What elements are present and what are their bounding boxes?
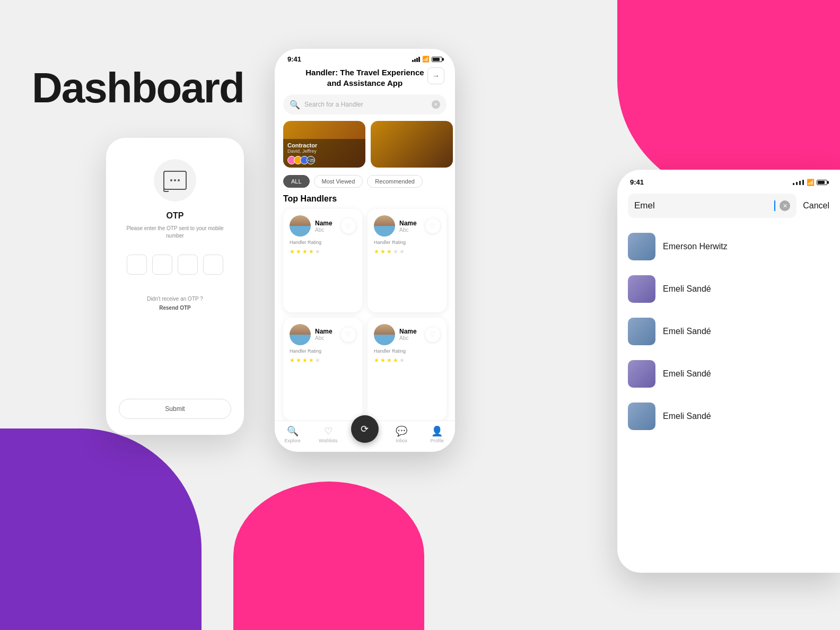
logout-button[interactable]: → — [427, 67, 444, 84]
handler-card-4[interactable]: Name Abc ♡ Handler Rating ★ ★ ★ ★ ★ — [368, 318, 447, 421]
otp-icon-container — [154, 159, 196, 202]
search-bar[interactable]: 🔍 Search for a Handler ✕ — [283, 94, 447, 115]
handler-name-1: Name — [315, 220, 332, 227]
result-avatar-bg-2 — [628, 275, 655, 303]
star-4-4: ★ — [393, 357, 398, 364]
wifi-icon: 📶 — [422, 56, 430, 63]
handler-card-2[interactable]: Name Abc ♡ Handler Rating ★ ★ ★ ★ ★ — [368, 209, 447, 312]
search-status-bar: 9:41 📶 — [617, 170, 840, 186]
handler-rating-label-4: Handler Rating — [374, 348, 440, 354]
star-1-1: ★ — [290, 248, 295, 255]
star-2-2: ★ — [380, 248, 386, 255]
result-avatar-2 — [628, 275, 655, 303]
bottom-nav: 🔍 Explore ♡ Wishlists ⟳ 💬 Inbox 👤 Profil… — [275, 421, 455, 452]
search-status-time: 9:41 — [630, 178, 644, 186]
otp-phone-icon — [163, 171, 187, 190]
search-input-row: Emel ✕ Cancel — [617, 186, 840, 225]
star-3-1: ★ — [290, 357, 295, 364]
phone-main-inner: 9:41 📶 Handler: The Travel Experience an… — [275, 49, 455, 421]
otp-resend-question: Didn't receive an OTP ? — [147, 296, 203, 302]
star-3-4: ★ — [309, 357, 314, 364]
featured-card-sub-1: David, Jeffrey — [287, 148, 361, 154]
handler-card-1[interactable]: Name Abc ♡ Handler Rating ★ ★ ★ ★ ★ — [283, 209, 362, 312]
handler-avatar-1 — [290, 215, 311, 237]
heart-button-4[interactable]: ♡ — [425, 327, 440, 342]
handler-stars-4: ★ ★ ★ ★ ★ — [374, 357, 440, 364]
star-4-2: ★ — [380, 357, 386, 364]
star-2-1: ★ — [374, 248, 379, 255]
status-time: 9:41 — [287, 55, 301, 63]
handler-name-4: Name — [399, 328, 417, 335]
heart-button-1[interactable]: ♡ — [341, 218, 356, 233]
otp-title: OTP — [167, 211, 184, 221]
handler-sub-4: Abc — [399, 335, 417, 341]
handler-info-3: Name Abc — [290, 324, 332, 345]
handler-avatar-inner-3 — [290, 324, 311, 345]
search-status-icons: 📶 — [792, 179, 827, 186]
otp-input-4[interactable] — [203, 255, 223, 275]
handler-info-2: Name Abc — [374, 215, 417, 237]
search-input-box[interactable]: Emel ✕ — [628, 194, 797, 218]
nav-inbox[interactable]: 💬 Inbox — [389, 425, 414, 443]
search-results: Emerson Herwitz Emeli Sandé Emeli Sandé … — [617, 225, 840, 573]
otp-input-group — [127, 255, 223, 275]
blob-pink-bottom — [233, 482, 424, 630]
otp-input-3[interactable] — [178, 255, 198, 275]
nav-inbox-label: Inbox — [396, 438, 407, 443]
handler-avatar-2 — [374, 215, 395, 237]
nav-explore[interactable]: 🔍 Explore — [280, 425, 305, 443]
profile-icon: 👤 — [431, 425, 443, 437]
result-avatar-bg-4 — [628, 360, 655, 388]
nav-profile-label: Profile — [431, 438, 444, 443]
heart-button-2[interactable]: ♡ — [425, 218, 440, 233]
heart-button-3[interactable]: ♡ — [341, 327, 356, 342]
handler-avatar-inner-4 — [374, 324, 395, 345]
otp-input-2[interactable] — [152, 255, 172, 275]
result-name-1: Emerson Herwitz — [663, 242, 728, 251]
handler-top-4: Name Abc ♡ — [374, 324, 440, 345]
search-result-1[interactable]: Emerson Herwitz — [617, 225, 840, 268]
otp-resend-link[interactable]: Resend OTP — [159, 305, 190, 311]
star-3-5: ★ — [315, 357, 320, 364]
featured-card-bg-2 — [371, 121, 453, 168]
search-wifi-icon: 📶 — [807, 179, 815, 186]
search-result-5[interactable]: Emeli Sandé — [617, 395, 840, 438]
nav-wishlists-label: Wishlists — [319, 438, 338, 443]
status-icons: 📶 — [412, 56, 442, 63]
handler-top-3: Name Abc ♡ — [290, 324, 356, 345]
otp-dot-1 — [170, 179, 172, 181]
filter-tab-most-viewed[interactable]: Most Viewed — [314, 175, 363, 188]
handler-stars-2: ★ ★ ★ ★ ★ — [374, 248, 440, 255]
search-cancel-button[interactable]: Cancel — [803, 201, 829, 211]
search-clear-button[interactable]: ✕ — [780, 200, 790, 211]
otp-input-1[interactable] — [127, 255, 147, 275]
nav-trips-button[interactable]: ⟳ — [351, 415, 379, 443]
handler-rating-label-1: Handler Rating — [290, 240, 356, 245]
page-title: Dashboard — [32, 64, 244, 112]
filter-tab-all[interactable]: ALL — [283, 175, 310, 188]
search-result-3[interactable]: Emeli Sandé — [617, 310, 840, 353]
handler-avatar-4 — [374, 324, 395, 345]
search-result-2[interactable]: Emeli Sandé — [617, 268, 840, 310]
result-name-2: Emeli Sandé — [663, 284, 711, 294]
result-avatar-bg-3 — [628, 318, 655, 345]
result-name-3: Emeli Sandé — [663, 327, 711, 336]
handler-top-2: Name Abc ♡ — [374, 215, 440, 237]
otp-submit-button[interactable]: Submit — [119, 399, 231, 419]
star-1-3: ★ — [302, 248, 308, 255]
search-clear-icon[interactable]: ✕ — [432, 100, 440, 109]
filter-tab-recommended[interactable]: Recommended — [367, 175, 423, 188]
nav-profile[interactable]: 👤 Profile — [424, 425, 450, 443]
handler-rating-label-3: Handler Rating — [290, 348, 356, 354]
result-name-4: Emeli Sandé — [663, 369, 711, 379]
search-signal-icon — [792, 180, 804, 185]
star-4-1: ★ — [374, 357, 379, 364]
otp-corner — [163, 187, 169, 192]
nav-wishlists[interactable]: ♡ Wishlists — [316, 425, 341, 443]
handler-name-2: Name — [399, 220, 417, 227]
search-result-4[interactable]: Emeli Sandé — [617, 353, 840, 395]
handler-card-3[interactable]: Name Abc ♡ Handler Rating ★ ★ ★ ★ ★ — [283, 318, 362, 421]
featured-card-1[interactable]: Contractor David, Jeffrey +25 — [283, 121, 365, 168]
featured-card-2[interactable] — [371, 121, 453, 168]
result-avatar-5 — [628, 402, 655, 430]
